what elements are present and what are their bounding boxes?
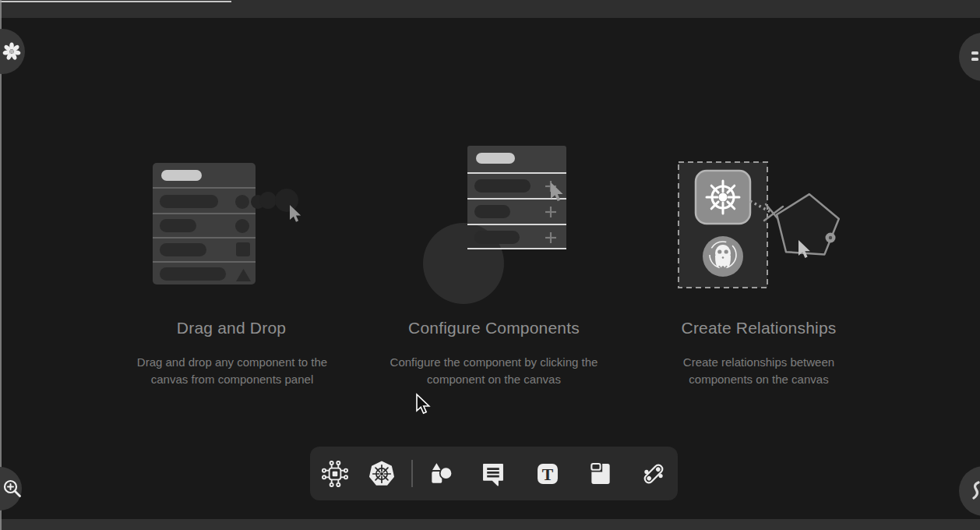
dock-divider [411,460,413,487]
card-desc-create-relationships: Create relationships between components … [668,354,849,388]
configure-components-illustration [421,141,584,309]
pentagon-node-graphic [777,194,839,255]
svg-text:T: T [542,465,554,484]
card-title-configure-components: Configure Components [365,319,622,337]
panel-icon [971,480,980,502]
design-canvas[interactable]: Drag and Drop Drag and drop any componen… [0,18,980,519]
bottom-statusbar [0,519,980,530]
zoom-in-icon [0,476,25,501]
titlebar-highlight-line [0,1,231,2]
card-title-drag-and-drop: Drag and Drop [103,319,360,337]
kubernetes-icon[interactable] [367,459,397,489]
drag-and-drop-illustration [148,140,319,284]
pentagon-gear-handle [826,233,836,243]
shapes-icon[interactable] [426,459,456,489]
relationship-icon[interactable] [639,459,668,489]
top-titlebar [0,0,980,18]
canvas-app-window: { "cards": [ { "title": "Drag and Drop",… [0,0,980,530]
panel-icon [970,50,980,64]
window-left-border [0,0,2,530]
canvas-dock-toolbar: T [310,447,678,500]
flower-icon [0,40,23,63]
text-icon[interactable]: T [533,459,562,489]
mouse-cursor [414,393,431,416]
card-desc-configure-components: Configure the component by clicking the … [375,354,612,388]
card-desc-drag-and-drop: Drag and drop any component to the canva… [126,354,338,388]
component-graph-icon[interactable] [320,459,350,489]
kubernetes-wheel-icon [707,181,739,214]
create-relationships-illustration [670,157,857,293]
note-icon[interactable] [586,459,615,489]
card-title-create-relationships: Create Relationships [630,319,887,337]
comment-icon[interactable] [478,459,508,489]
